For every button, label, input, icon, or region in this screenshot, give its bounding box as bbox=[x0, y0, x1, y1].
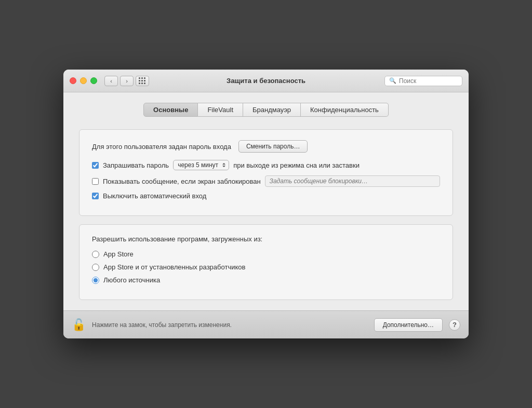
show-message-label: Показывать сообщение, если экран заблоки… bbox=[103, 178, 261, 185]
password-label: Для этого пользователя задан пароль вход… bbox=[92, 143, 231, 151]
radio-any-source[interactable]: Любого источника bbox=[92, 276, 440, 284]
password-row: Для этого пользователя задан пароль вход… bbox=[92, 140, 440, 153]
disable-autologin-row: Выключить автоматический вход bbox=[92, 192, 440, 200]
apps-title: Разрешить использование программ, загруж… bbox=[92, 235, 440, 243]
lock-message-input[interactable] bbox=[265, 175, 440, 187]
content: Основные FileVault Брандмауэр Конфиденци… bbox=[63, 92, 469, 310]
disable-autologin-label: Выключить автоматический вход bbox=[103, 192, 206, 200]
minimize-button[interactable] bbox=[80, 77, 87, 84]
forward-button[interactable]: › bbox=[120, 76, 134, 86]
radio-app-store[interactable]: App Store bbox=[92, 250, 440, 258]
radio-app-store-input[interactable] bbox=[92, 251, 99, 258]
radio-any-source-label: Любого источника bbox=[103, 276, 160, 284]
help-button[interactable]: ? bbox=[449, 319, 460, 331]
radio-any-source-input[interactable] bbox=[92, 277, 99, 284]
radio-app-store-devs[interactable]: App Store и от установленных разработчик… bbox=[92, 263, 440, 271]
tabs: Основные FileVault Брандмауэр Конфиденци… bbox=[79, 103, 453, 117]
nav-buttons: ‹ › bbox=[104, 76, 134, 86]
titlebar: ‹ › Защита и безопасность 🔍 bbox=[63, 70, 469, 92]
lock-icon: 🔓 bbox=[72, 318, 86, 332]
request-password-label-after: при выходе из режима сна или заставки bbox=[233, 161, 360, 169]
search-icon: 🔍 bbox=[389, 77, 396, 84]
top-section: Для этого пользователя задан пароль вход… bbox=[79, 129, 453, 216]
request-password-label-before: Запрашивать пароль bbox=[103, 161, 169, 169]
password-delay-select[interactable]: через 5 минут bbox=[173, 160, 229, 170]
tab-brandmauer[interactable]: Брандмауэр bbox=[243, 103, 301, 117]
tab-filevault[interactable]: FileVault bbox=[198, 103, 243, 117]
grid-button[interactable] bbox=[136, 76, 149, 86]
lock-text: Нажмите на замок, чтобы запретить измене… bbox=[92, 321, 368, 329]
radio-app-store-devs-label: App Store и от установленных разработчик… bbox=[103, 263, 245, 271]
bottom-bar: 🔓 Нажмите на замок, чтобы запретить изме… bbox=[63, 310, 469, 338]
apps-section: Разрешить использование программ, загруж… bbox=[79, 224, 453, 300]
grid-icon bbox=[139, 77, 146, 85]
window-title: Защита и безопасность bbox=[227, 77, 305, 85]
tab-osnovnye[interactable]: Основные bbox=[143, 103, 198, 117]
advanced-button[interactable]: Дополнительно… bbox=[374, 318, 443, 332]
window: ‹ › Защита и безопасность 🔍 Основные Fil… bbox=[63, 70, 469, 338]
change-password-button[interactable]: Сменить пароль… bbox=[238, 140, 308, 153]
request-password-checkbox[interactable] bbox=[92, 162, 99, 169]
back-button[interactable]: ‹ bbox=[104, 76, 118, 86]
radio-app-store-label: App Store bbox=[103, 250, 134, 258]
tab-konfid[interactable]: Конфиденциальность bbox=[301, 103, 389, 117]
search-box[interactable]: 🔍 bbox=[384, 76, 462, 86]
show-message-row: Показывать сообщение, если экран заблоки… bbox=[92, 175, 440, 187]
request-password-row: Запрашивать пароль через 5 минут при вых… bbox=[92, 160, 440, 170]
radio-app-store-devs-input[interactable] bbox=[92, 264, 99, 271]
close-button[interactable] bbox=[70, 77, 76, 84]
disable-autologin-checkbox[interactable] bbox=[92, 193, 99, 199]
traffic-lights bbox=[70, 77, 97, 84]
search-input[interactable] bbox=[399, 77, 458, 85]
show-message-checkbox[interactable] bbox=[92, 178, 99, 185]
maximize-button[interactable] bbox=[90, 77, 97, 84]
